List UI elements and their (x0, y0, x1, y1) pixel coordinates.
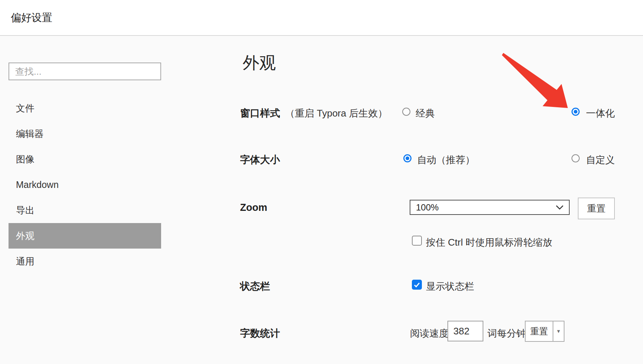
zoom-select[interactable]: 100% (410, 200, 570, 215)
sidebar-item-general[interactable]: 通用 (9, 249, 161, 274)
sidebar-item-label: 图像 (16, 153, 34, 165)
word-count-label: 字数统计 (240, 327, 280, 340)
sidebar-item-editor[interactable]: 编辑器 (9, 121, 161, 146)
section-heading: 外观 (243, 52, 276, 74)
zoom-reset-button[interactable]: 重置 (578, 198, 615, 219)
sidebar-item-label: 外观 (16, 230, 34, 242)
show-status-bar-checkbox[interactable] (412, 280, 422, 290)
window-style-label: 窗口样式 (240, 107, 280, 120)
red-arrow-annotation (496, 48, 570, 111)
radio-custom-font[interactable] (572, 154, 580, 162)
speed-reset-label: 重置 (530, 326, 548, 337)
chevron-down-icon (556, 205, 564, 210)
sidebar-item-label: 通用 (16, 255, 34, 267)
sidebar-item-export[interactable]: 导出 (9, 198, 161, 223)
radio-classic[interactable] (402, 108, 410, 116)
status-bar-label: 状态栏 (240, 280, 270, 293)
sidebar-item-markdown[interactable]: Markdown (9, 172, 161, 198)
words-per-minute-label: 词每分钟 (487, 327, 526, 340)
radio-unibody-label[interactable]: 一体化 (586, 107, 615, 120)
radio-auto-font-label[interactable]: 自动（推荐） (417, 154, 475, 166)
radio-unibody[interactable] (572, 108, 580, 116)
speed-reset-button[interactable]: 重置 (526, 321, 553, 341)
zoom-select-value: 100% (416, 202, 439, 213)
zoom-reset-label: 重置 (587, 202, 606, 215)
reading-speed-label: 阅读速度: (410, 327, 451, 340)
speed-reset-dropdown[interactable]: ▼ (553, 321, 564, 341)
check-icon (414, 282, 420, 287)
radio-classic-label[interactable]: 经典 (416, 107, 435, 120)
sidebar-item-label: 编辑器 (16, 128, 44, 140)
show-status-bar-label[interactable]: 显示状态栏 (426, 280, 474, 293)
sidebar-item-files[interactable]: 文件 (9, 95, 161, 121)
sidebar-item-label: 导出 (16, 204, 34, 216)
window-style-note: （重启 Typora 后生效） (285, 107, 387, 120)
ctrl-scroll-label[interactable]: 按住 Ctrl 时使用鼠标滑轮缩放 (426, 236, 552, 249)
sidebar-item-appearance[interactable]: 外观 (9, 223, 161, 249)
page-title: 偏好设置 (11, 11, 52, 25)
preferences-window: 偏好设置 文件 编辑器 图像 Markdown 导出 外观 通用 外观 窗口样式… (0, 0, 643, 364)
sidebar-item-label: Markdown (16, 179, 59, 190)
zoom-label: Zoom (240, 202, 267, 213)
sidebar-item-image[interactable]: 图像 (9, 146, 161, 172)
dropdown-arrow-icon: ▼ (556, 328, 561, 334)
speed-reset-split-button: 重置 ▼ (525, 321, 564, 342)
radio-custom-font-label[interactable]: 自定义 (586, 154, 615, 166)
sidebar-item-label: 文件 (16, 102, 34, 114)
font-size-label: 字体大小 (240, 153, 280, 166)
search-input[interactable] (9, 63, 161, 80)
reading-speed-input[interactable] (447, 321, 483, 341)
radio-auto-font[interactable] (403, 154, 412, 162)
ctrl-scroll-checkbox[interactable] (412, 236, 422, 246)
window-header: 偏好设置 (0, 0, 643, 36)
